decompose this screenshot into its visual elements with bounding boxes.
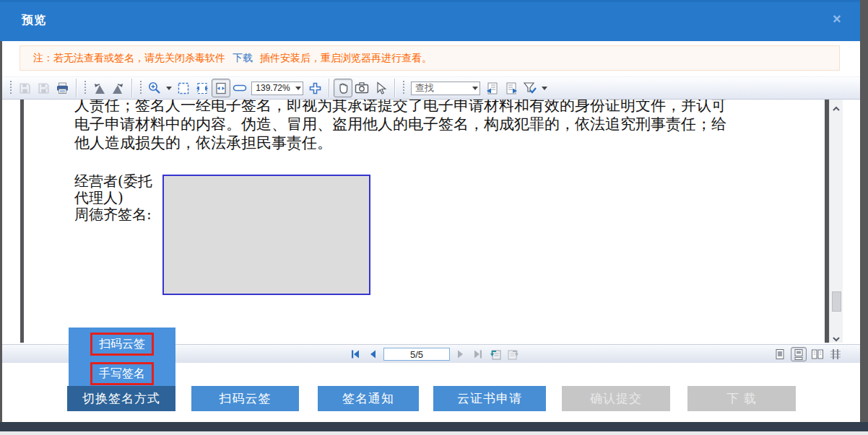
zoom-level-combobox[interactable]: 139.72% [251,82,303,95]
snapshot-button[interactable] [352,79,371,97]
toolbar-grip [402,81,405,95]
cloud-certificate-apply-button[interactable]: 云证书申请 [433,386,546,411]
notice-text: 注：若无法查看或签名，请先关闭杀毒软件 [33,52,225,65]
page-layout-buttons [772,347,844,361]
zoom-level-caret-icon[interactable] [295,87,301,90]
rotate-left-icon [92,82,107,95]
continuous-facing-view-button[interactable] [828,347,844,361]
zoom-in-button[interactable] [305,79,324,97]
toolbar-grip [139,81,142,95]
pdf-toolbar: 139.72% 查找 [2,76,860,100]
preview-dialog: 预览 × 注：若无法查看或签名，请先关闭杀毒软件 下载 插件安装后，重启浏览器再… [0,0,868,435]
document-line: 电子申请材料中的内容。伪造、冒用、盗用他人的电子签名，构成犯罪的，依法追究刑事责… [74,115,789,133]
hand-tool-icon [337,82,350,95]
previous-page-button[interactable] [366,348,379,360]
zoom-tool-caret-icon[interactable] [166,87,172,90]
save-button[interactable] [15,79,34,97]
signature-field-label: 经营者(委托 代理人) 周德齐签名: [74,173,152,223]
page-backdrop-left [0,41,2,422]
single-page-view-button[interactable] [772,347,788,361]
plugin-download-link[interactable]: 下载 [233,52,253,65]
find-next-icon [505,82,518,95]
find-previous-icon [486,82,499,95]
rotate-right-icon [110,82,126,95]
save-as-button[interactable] [34,79,53,97]
last-page-button[interactable] [472,348,485,360]
document-line: 他人造成损失的，依法承担民事责任。 [74,133,789,152]
highlight-select-button[interactable] [521,79,539,97]
toolbar-separator [394,79,395,97]
rotate-left-button[interactable] [90,79,108,97]
signature-box[interactable] [162,175,370,295]
toolbar-grip [9,81,12,95]
popup-item-scan-cloud-sign[interactable]: 扫码云签 [90,333,154,356]
find-caret-icon[interactable] [472,87,478,90]
zoom-level-value: 139.72% [252,83,294,93]
zoom-out-icon [233,84,247,92]
download-button[interactable]: 下 载 [687,386,796,411]
continuous-view-button[interactable] [791,347,807,361]
page-navigation [349,345,519,364]
scan-cloud-sign-button[interactable]: 扫码云签 [191,386,299,411]
fit-visible-icon [214,82,227,95]
select-cursor-icon [374,82,388,95]
rotate-right-button[interactable] [108,79,127,97]
document-paragraph: 人责任；签名人一经电子签名，即视为其承诺提交了电子申请材料和有效的身份证明文件，… [74,100,789,152]
previous-view-button[interactable] [489,348,502,360]
facing-view-button[interactable] [810,347,825,361]
print-icon [56,82,69,95]
next-view-button[interactable] [506,348,519,360]
highlight-funnel-icon [523,82,537,95]
toolbar-separator [131,79,132,97]
antivirus-notice-bar: 注：若无法查看或签名，请先关闭杀毒软件 下载 插件安装后，重启浏览器再进行查看。 [19,45,840,71]
find-next-button[interactable] [502,79,521,97]
first-page-button[interactable] [349,348,362,360]
snapshot-camera-icon [355,82,369,95]
page-backdrop-bottom [0,422,868,431]
fit-width-icon [196,82,209,95]
page-backdrop-bottom-light [0,431,868,435]
fit-width-button[interactable] [193,79,212,97]
zoom-out-button[interactable] [230,79,249,97]
next-page-button[interactable] [454,348,467,360]
scrollbar-thumb[interactable] [832,291,841,312]
highlight-select-caret-icon[interactable] [542,87,547,90]
save-as-icon [38,82,50,95]
toolbar-separator [329,79,329,97]
fit-page-button[interactable] [174,79,193,97]
print-button[interactable] [53,79,71,97]
document-page: 人责任；签名人一经电子签名，即视为其承诺提交了电子申请材料和有效的身份证明文件，… [24,100,825,343]
document-line: 人责任；签名人一经电子签名，即视为其承诺提交了电子申请材料和有效的身份证明文件，… [74,100,789,115]
page-backdrop-right [860,0,868,422]
confirm-submit-button[interactable]: 确认提交 [562,386,670,411]
popup-item-handwritten-sign[interactable]: 手写签名 [90,362,154,385]
zoom-magnifier-icon [147,81,162,95]
signature-notify-button[interactable]: 签名通知 [318,386,419,411]
notice-text-suffix: 插件安装后，重启浏览器再进行查看。 [260,52,432,65]
close-icon[interactable]: × [833,11,841,27]
find-placeholder: 查找 [412,82,471,95]
dialog-titlebar [0,0,860,41]
select-tool-button[interactable] [371,79,390,97]
scroll-down-icon[interactable] [831,333,841,340]
zoom-in-icon [308,82,322,95]
find-previous-button[interactable] [483,79,502,97]
find-combobox[interactable]: 查找 [411,82,480,95]
fit-visible-button[interactable] [212,79,230,97]
toolbar-separator [76,79,77,97]
hand-tool-button[interactable] [334,79,352,97]
save-icon [19,82,31,95]
switch-signature-method-button[interactable]: 切换签名方式 [67,386,175,411]
vertical-scrollbar[interactable] [829,100,843,343]
dialog-title: 预览 [22,13,46,28]
signature-method-popup: 扫码云签 手写签名 [69,328,175,386]
toolbar-grip [84,81,87,95]
page-number-input[interactable] [383,348,450,361]
zoom-tool-button[interactable] [145,79,164,97]
fit-page-icon [177,82,190,95]
scroll-up-icon[interactable] [831,102,841,110]
